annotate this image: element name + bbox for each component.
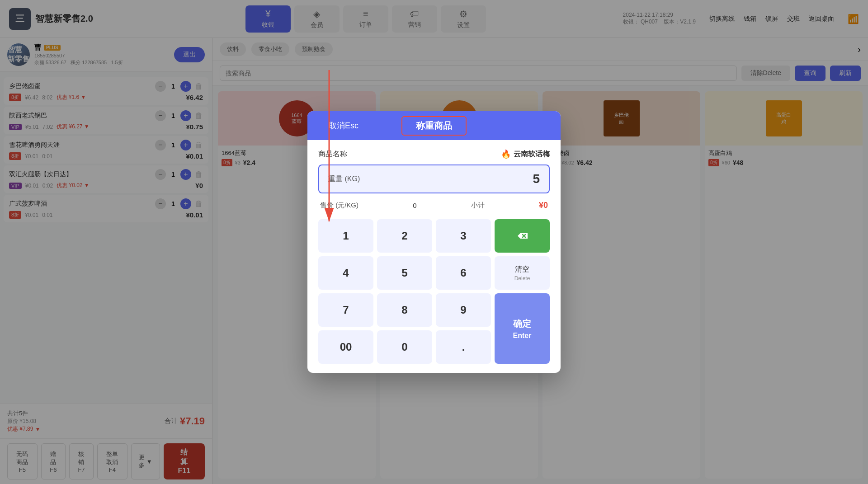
num-3[interactable]: 3: [436, 219, 491, 253]
num-1[interactable]: 1: [318, 219, 373, 253]
delete-btn[interactable]: [495, 219, 550, 253]
numpad: 1 2 3 4 5 6 清空 Delete 7 8 9: [318, 219, 550, 364]
clear-btn[interactable]: 清空 Delete: [495, 256, 550, 290]
num-00[interactable]: 00: [318, 330, 373, 364]
modal-header: 取消Esc 称重商品: [307, 111, 561, 140]
product-name-text: 云南软话梅: [514, 150, 550, 159]
price-label: 售价 (元/KG): [320, 201, 359, 210]
subtotal-label: 小计: [471, 201, 485, 210]
fire-icon: 🔥: [501, 149, 511, 159]
weight-value: 5: [533, 172, 540, 186]
num-8[interactable]: 8: [377, 293, 432, 327]
price-row: 售价 (元/KG) 0 小计 ¥0: [318, 201, 550, 210]
product-name-value: 🔥 云南软话梅: [501, 149, 550, 159]
confirm-sublabel: Enter: [513, 332, 532, 340]
modal-title-area: 称重商品: [380, 111, 488, 140]
subtotal-value: ¥0: [539, 201, 548, 210]
num-4[interactable]: 4: [318, 256, 373, 290]
num-5[interactable]: 5: [377, 256, 432, 290]
price-value: 0: [413, 202, 416, 209]
num-2[interactable]: 2: [377, 219, 432, 253]
weight-input-row[interactable]: 重量 (KG) 5: [318, 164, 550, 193]
product-label-row: 商品名称 🔥 云南软话梅: [318, 149, 550, 159]
num-6[interactable]: 6: [436, 256, 491, 290]
confirm-label: 确定: [513, 318, 531, 330]
product-name-label: 商品名称: [318, 150, 347, 159]
num-9[interactable]: 9: [436, 293, 491, 327]
modal-cancel-btn[interactable]: 取消Esc: [307, 111, 380, 140]
clear-label: 清空: [515, 265, 529, 274]
weight-label: 重量 (KG): [328, 174, 360, 184]
modal-body: 商品名称 🔥 云南软话梅 重量 (KG) 5 售价 (元/KG) 0 小计 ¥0: [307, 140, 561, 373]
num-7[interactable]: 7: [318, 293, 373, 327]
confirm-btn[interactable]: 确定 Enter: [495, 293, 550, 364]
num-0[interactable]: 0: [377, 330, 432, 364]
modal-overlay: 取消Esc 称重商品 商品名称 🔥 云南软话梅 重量 (KG) 5: [0, 0, 868, 484]
num-dot[interactable]: .: [436, 330, 491, 364]
weigh-product-modal: 取消Esc 称重商品 商品名称 🔥 云南软话梅 重量 (KG) 5: [307, 111, 561, 373]
clear-sublabel: Delete: [514, 275, 530, 282]
modal-title: 称重商品: [401, 116, 467, 136]
